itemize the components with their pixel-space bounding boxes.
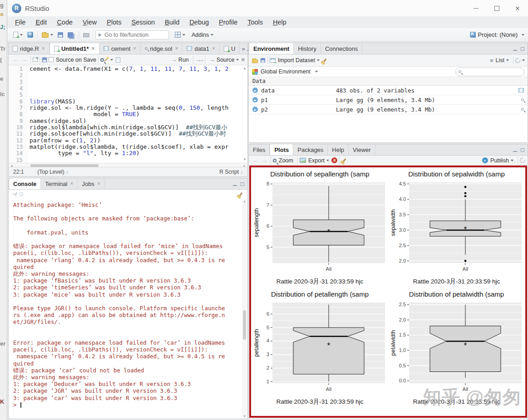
close-tab-icon[interactable]: ×	[133, 45, 136, 52]
maximize-pane-button[interactable]	[241, 180, 244, 188]
menu-code[interactable]: Code	[52, 19, 78, 26]
scroll-up-icon[interactable]: ▲	[243, 66, 247, 70]
close-button[interactable]: ×	[507, 1, 528, 15]
remove-plot-icon[interactable]: ×	[331, 157, 337, 163]
env-row-p2[interactable]: ▶p2Large gg (9 elements, 3.4 Mb)	[249, 105, 528, 114]
scroll-up-icon[interactable]: ▲	[243, 200, 246, 203]
menu-view[interactable]: View	[78, 19, 102, 26]
code-editor[interactable]: 123456789101112131415 cement <- data.fra…	[9, 65, 247, 163]
env-row-data[interactable]: ▶data483 obs. of 2 variables	[249, 86, 528, 95]
console-tab-terminal[interactable]: Terminal×	[41, 178, 78, 189]
plots-tab-plots[interactable]: Plots	[270, 144, 293, 155]
source-on-save-checkbox[interactable]	[49, 57, 54, 62]
source-tab-data1[interactable]: data1×	[183, 43, 220, 54]
environment-tab-history[interactable]: History	[294, 43, 321, 54]
menu-profile[interactable]: Profile	[214, 19, 242, 26]
compile-notebook-icon[interactable]	[116, 57, 120, 63]
plots-tab-packages[interactable]: Packages	[293, 144, 328, 155]
zoom-button[interactable]: Zoom	[276, 155, 296, 166]
source-tab-ridge-r[interactable]: ridge.R×	[9, 43, 49, 54]
minimize-button[interactable]	[465, 1, 486, 15]
save-all-button[interactable]	[65, 29, 77, 40]
expand-object-icon[interactable]: ▶	[252, 88, 258, 93]
environment-tab-environment[interactable]: Environment	[249, 43, 294, 54]
grid-icon[interactable]	[518, 88, 524, 93]
code-content[interactable]: cement <- data.frame(X1 = c(7, 1, 11, 11…	[28, 65, 247, 163]
goto-file-input[interactable]	[104, 32, 159, 38]
source-button[interactable]: →Source	[207, 54, 242, 65]
workspace-panes-button[interactable]	[173, 29, 188, 40]
load-workspace-icon[interactable]	[252, 59, 258, 63]
close-tab-icon[interactable]: ×	[92, 45, 95, 52]
close-tab-icon[interactable]: ×	[70, 181, 73, 187]
menu-file[interactable]: File	[10, 19, 30, 26]
print-button[interactable]	[81, 29, 92, 40]
previous-plot-icon[interactable]: ←	[252, 157, 260, 164]
export-button[interactable]: Export	[306, 155, 331, 166]
popout-icon[interactable]	[33, 58, 38, 62]
scroll-down-icon[interactable]: ▼	[243, 157, 247, 161]
plots-tab-files[interactable]: Files	[249, 144, 270, 155]
plots-tab-viewer[interactable]: Viewer	[349, 144, 375, 155]
minimize-pane-button[interactable]	[233, 180, 237, 188]
new-file-button[interactable]	[11, 29, 25, 40]
filetype-selector[interactable]: R Script↕	[219, 169, 243, 175]
source-tab-ridge-sol[interactable]: ridge.sol×	[141, 43, 183, 54]
expand-object-icon[interactable]: ▶	[252, 107, 258, 112]
run-button[interactable]: →Run	[169, 54, 191, 65]
magnifier-icon[interactable]	[521, 108, 524, 111]
scroll-down-icon[interactable]: ▼	[243, 415, 246, 418]
environment-search-box[interactable]	[455, 68, 524, 76]
new-project-button[interactable]	[25, 29, 35, 40]
refresh-plot-icon[interactable]	[520, 158, 525, 163]
scope-selector[interactable]: (Top Level)↕	[37, 169, 68, 175]
close-tab-icon[interactable]: ×	[212, 45, 215, 52]
tab-overflow-icon[interactable]: »	[240, 43, 247, 54]
find-replace-icon[interactable]	[100, 58, 104, 62]
back-icon[interactable]: ←	[11, 56, 20, 63]
plots-tab-help[interactable]: Help	[328, 144, 349, 155]
menu-edit[interactable]: Edit	[30, 19, 52, 26]
close-tab-icon[interactable]: ×	[175, 45, 178, 52]
console-tab-jobs[interactable]: Jobs×	[78, 178, 104, 189]
code-tools-icon[interactable]	[104, 58, 108, 62]
clear-plots-icon[interactable]	[343, 158, 346, 162]
env-row-p1[interactable]: ▶p1Large gg (9 elements, 3.4 Mb)	[249, 95, 528, 105]
close-tab-icon[interactable]: ×	[42, 45, 45, 52]
menu-session[interactable]: Session	[127, 19, 160, 26]
goto-file-box[interactable]	[95, 30, 169, 39]
menu-debug[interactable]: Debug	[184, 19, 214, 26]
project-menu[interactable]: Project: (None)	[470, 31, 524, 38]
console-output[interactable]: Attaching package: ‘Hmisc’ The following…	[9, 199, 247, 419]
minimize-pane-button[interactable]	[513, 146, 517, 154]
maximize-pane-button[interactable]	[521, 146, 524, 154]
maximize-pane-button[interactable]	[521, 44, 524, 53]
clear-objects-icon[interactable]	[323, 59, 326, 63]
list-view-button[interactable]: List	[493, 55, 511, 66]
document-outline-icon[interactable]: ≡	[241, 56, 245, 63]
menu-plots[interactable]: Plots	[102, 19, 126, 26]
save-workspace-icon[interactable]	[261, 58, 265, 63]
publish-button[interactable]: Publish	[488, 155, 516, 166]
source-tab-u[interactable]: U	[220, 43, 240, 54]
maximize-button[interactable]	[486, 1, 507, 15]
magnifier-icon[interactable]	[521, 98, 524, 101]
menu-build[interactable]: Build	[160, 19, 184, 26]
vscroll-thumb[interactable]	[243, 310, 246, 340]
goto-directory-icon[interactable]	[20, 192, 23, 196]
console-tab-console[interactable]: Console	[9, 178, 41, 189]
refresh-icon[interactable]	[515, 58, 520, 63]
console-scrollbar[interactable]: ▲ ▼	[242, 199, 247, 418]
environment-search-input[interactable]	[463, 68, 515, 75]
minimize-pane-button[interactable]	[513, 44, 517, 53]
clear-console-icon[interactable]	[239, 192, 242, 196]
save-button[interactable]	[55, 29, 65, 40]
rerun-icon[interactable]: →→	[195, 56, 202, 63]
menu-help[interactable]: Help	[268, 19, 291, 26]
source-tab-untitled1[interactable]: Untitled1*×	[49, 43, 99, 54]
console-prompt[interactable]: >	[13, 401, 247, 408]
menu-tools[interactable]: Tools	[242, 19, 268, 26]
expand-object-icon[interactable]: ▶	[252, 97, 258, 103]
next-plot-icon[interactable]: →	[260, 157, 269, 164]
import-dataset-button[interactable]: Import Dataset	[276, 55, 322, 66]
